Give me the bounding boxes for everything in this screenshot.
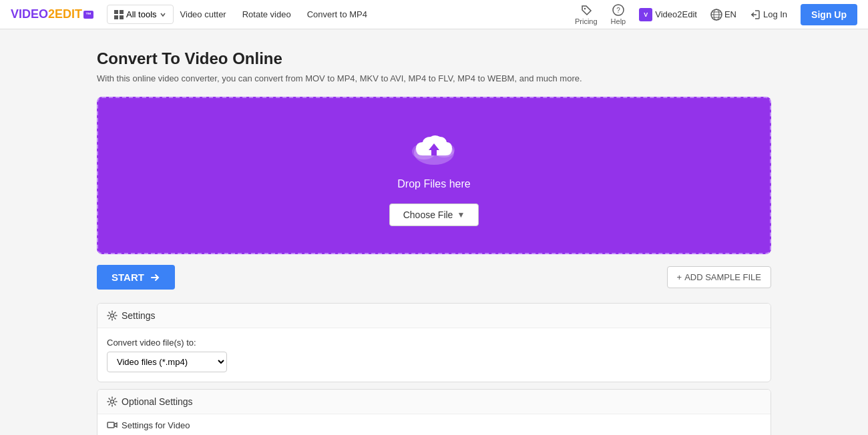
video2edit-button[interactable]: V Video2Edit [639,8,697,21]
video2edit-icon: V [639,8,652,21]
pricing-label: Pricing [575,17,598,25]
choose-file-button[interactable]: Choose File ▼ [389,203,479,226]
logo-suffix: 2EDIT [48,7,82,21]
optional-gear-icon [107,396,118,407]
settings-title: Settings [122,310,156,321]
help-icon: ? [612,4,624,16]
video-settings-title: Settings for Video [122,420,190,430]
logo-text: VIDEO2EDIT [11,7,82,21]
all-tools-button[interactable]: All tools [107,5,174,24]
format-select[interactable]: Video files (*.mp4) Video files (*.avi) … [107,352,227,372]
signup-button[interactable]: Sign Up [801,4,857,25]
add-sample-label: ADD SAMPLE FILE [684,272,761,282]
convert-label: Convert video file(s) to: [107,338,761,348]
optional-settings-panel: Optional Settings Settings for Video Cha… [97,389,771,435]
chevron-down-icon [160,11,166,18]
upload-icon [411,125,457,171]
settings-panel: Settings Convert video file(s) to: Video… [97,303,771,382]
language-button[interactable]: EN [710,9,736,21]
svg-rect-1 [120,10,124,14]
drop-text: Drop Files here [397,178,470,190]
svg-rect-18 [107,422,114,428]
logo[interactable]: VIDEO2EDIT ™ [11,7,93,21]
main-nav: Video cutter Rotate video Convert to MP4 [180,9,575,19]
video-settings-header: Settings for Video [97,414,771,435]
settings-body: Convert video file(s) to: Video files (*… [97,328,771,382]
start-button[interactable]: START [97,265,175,290]
page-subtitle: With this online video converter, you ca… [97,73,771,83]
main-content: Convert To Video Online With this online… [83,29,785,435]
optional-settings-header[interactable]: Optional Settings [97,390,771,414]
svg-rect-2 [114,15,118,19]
grid-icon [114,10,124,19]
start-label: START [112,272,144,283]
pricing-button[interactable]: Pricing [575,4,598,25]
nav-convert-to-mp4[interactable]: Convert to MP4 [307,9,367,19]
add-sample-button[interactable]: + ADD SAMPLE FILE [667,266,771,288]
help-label: Help [611,17,626,25]
tag-icon [580,4,592,16]
svg-rect-3 [120,15,124,19]
svg-point-4 [584,7,586,9]
svg-point-16 [111,314,114,318]
choose-file-chevron: ▼ [457,210,465,220]
arrow-right-icon [150,272,160,283]
nav-video-cutter[interactable]: Video cutter [180,9,226,19]
all-tools-label: All tools [126,9,157,19]
login-icon [750,9,761,20]
header-right: Pricing ? Help V Video2Edit EN [575,4,857,25]
login-label: Log In [763,9,787,19]
logo-badge: ™ [83,11,93,19]
svg-text:?: ? [616,7,620,14]
plus-icon: + [677,272,682,282]
video-camera-icon [107,420,118,430]
gear-icon [107,310,118,321]
help-button[interactable]: ? Help [611,4,626,25]
nav-rotate-video[interactable]: Rotate video [242,9,291,19]
settings-header: Settings [97,304,771,328]
lang-label: EN [724,9,736,19]
dropzone[interactable]: Drop Files here Choose File ▼ [97,97,771,254]
svg-rect-0 [114,10,118,14]
video2edit-label: Video2Edit [655,9,697,19]
header: VIDEO2EDIT ™ All tools Video cutter Rota… [0,0,868,29]
globe-icon [710,9,722,21]
login-button[interactable]: Log In [750,9,787,20]
optional-settings-title: Optional Settings [122,396,193,407]
page-title: Convert To Video Online [97,49,771,68]
svg-point-17 [111,400,114,404]
action-row: START + ADD SAMPLE FILE [97,265,771,290]
choose-file-label: Choose File [403,209,453,220]
